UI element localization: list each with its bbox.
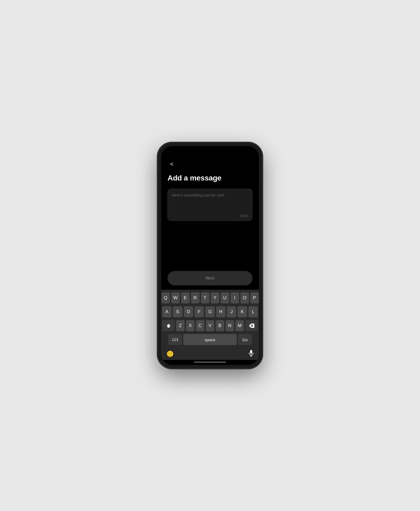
mic-icon[interactable] [249,350,254,358]
key-z[interactable]: Z [176,320,185,331]
keyboard: Q W E R T Y U I O P A S D F G H J K [161,290,259,360]
notch [193,146,227,154]
key-o[interactable]: O [240,292,249,304]
next-button[interactable]: Next [168,271,252,285]
key-c[interactable]: C [196,320,204,331]
key-t[interactable]: T [201,292,209,304]
key-d[interactable]: D [184,306,193,317]
delete-key[interactable] [245,320,258,331]
key-m[interactable]: M [235,320,244,331]
key-a[interactable]: A [162,306,172,317]
key-q[interactable]: Q [161,292,170,304]
numbers-key[interactable]: 123 [168,334,182,345]
message-input-container: 0/120 [168,189,252,221]
key-p[interactable]: P [250,292,259,304]
app-content: < Add a message 0/120 Next [161,158,259,290]
key-h[interactable]: H [216,306,225,317]
keyboard-row-bottom: 123 space Go [162,334,258,345]
char-count: 0/120 [240,214,248,218]
home-indicator [161,360,259,365]
key-i[interactable]: I [231,292,239,304]
message-textarea[interactable] [172,193,248,211]
emoji-icon[interactable]: 🙂 [166,351,174,357]
key-w[interactable]: W [171,292,180,304]
back-button[interactable]: < [168,160,176,168]
shift-key[interactable] [162,320,175,331]
keyboard-accessory-bar: 🙂 [162,348,258,359]
key-x[interactable]: X [186,320,195,331]
page-title: Add a message [168,174,252,182]
key-r[interactable]: R [191,292,200,304]
key-g[interactable]: G [205,306,215,317]
space-key[interactable]: space [183,334,237,345]
key-u[interactable]: U [221,292,229,304]
key-b[interactable]: B [216,320,224,331]
go-key[interactable]: Go [238,334,252,345]
keyboard-row-2: A S D F G H J K L [162,306,258,317]
phone-screen: < Add a message 0/120 Next Q W E R T Y [161,146,259,365]
key-y[interactable]: Y [211,292,219,304]
key-j[interactable]: J [227,306,236,317]
home-bar [194,361,226,363]
key-n[interactable]: N [225,320,234,331]
key-v[interactable]: V [206,320,214,331]
key-k[interactable]: K [238,306,247,317]
back-chevron-icon: < [170,161,174,167]
svg-rect-0 [250,350,252,354]
next-button-label: Next [206,276,215,281]
keyboard-row-3: Z X C V B N M [162,320,258,331]
phone-frame: < Add a message 0/120 Next Q W E R T Y [158,143,262,368]
key-l[interactable]: L [248,306,258,317]
key-e[interactable]: E [181,292,190,304]
keyboard-row-1: Q W E R T Y U I O P [162,292,258,304]
key-s[interactable]: S [173,306,182,317]
key-f[interactable]: F [195,306,204,317]
